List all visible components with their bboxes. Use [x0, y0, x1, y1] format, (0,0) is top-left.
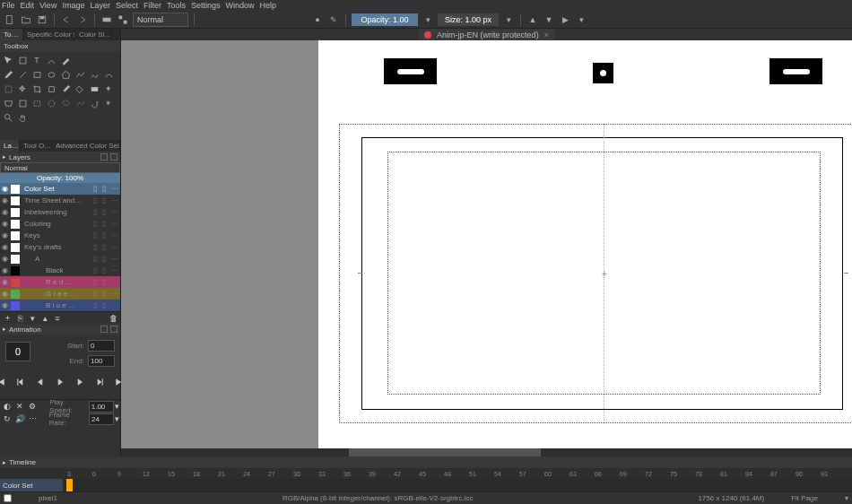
layers-header[interactable]: Layers — [0, 152, 120, 162]
alpha-icon[interactable]: ▯ — [102, 208, 109, 216]
visibility-icon[interactable]: ◉ — [0, 255, 9, 263]
zoom-select[interactable]: Fit Page — [791, 494, 818, 502]
layer-row[interactable]: ◉R e d …▯▯⋯ — [0, 276, 120, 288]
pan-tool-icon[interactable] — [16, 111, 29, 124]
alpha-icon[interactable]: ▯ — [102, 220, 109, 228]
menu-edit[interactable]: Edit — [21, 1, 35, 10]
start-input[interactable]: 0 — [88, 340, 115, 352]
end-input[interactable]: 100 — [88, 355, 115, 367]
lock-icon[interactable]: ▯ — [93, 266, 100, 274]
alpha-icon[interactable]: ▯ — [102, 255, 109, 263]
timeline-ruler[interactable]: 3691215182124273033363942454851545760636… — [0, 468, 852, 479]
gradient-icon[interactable] — [100, 13, 113, 26]
animation-header[interactable]: Animation — [0, 324, 120, 335]
tab-color-slider[interactable]: Color Sl… — [75, 29, 111, 40]
timeline-track-label[interactable]: Color Set — [0, 479, 63, 491]
undo-icon[interactable] — [60, 13, 73, 26]
ellipse-tool-icon[interactable] — [45, 68, 57, 81]
float-icon[interactable] — [100, 153, 108, 161]
lock-icon[interactable]: ▯ — [93, 243, 100, 251]
lock-icon[interactable]: ▯ — [93, 255, 100, 263]
visibility-icon[interactable]: ◉ — [0, 220, 9, 228]
text-tool-icon[interactable]: T — [30, 54, 43, 66]
alpha-icon[interactable]: ▯ — [102, 290, 109, 298]
layer-blend-select[interactable]: Normal — [0, 162, 120, 173]
more-icon[interactable]: ⋯ — [111, 290, 118, 298]
select-circle-tool-icon[interactable] — [45, 97, 57, 109]
float-icon[interactable] — [100, 326, 108, 333]
layer-row[interactable]: ◉Color Set▯▯⋯ — [0, 183, 120, 195]
zoom-tool-icon[interactable] — [2, 111, 14, 124]
brush-tool-icon[interactable] — [2, 68, 14, 81]
layer-row[interactable]: ◉Black▯▯⋯ — [0, 265, 120, 276]
select-rect-tool-icon[interactable] — [2, 83, 14, 95]
more-icon[interactable]: ⋯ — [111, 208, 118, 216]
pattern-icon[interactable] — [117, 13, 129, 26]
tab-tool-options[interactable]: Tool O… — [20, 140, 52, 152]
select-layer-checkbox[interactable] — [4, 494, 12, 502]
loop-icon[interactable]: ↻ — [2, 413, 13, 424]
add-layer-icon[interactable]: ＋ — [2, 313, 13, 324]
more-icon[interactable]: ⋯ — [111, 185, 118, 193]
more-icon[interactable]: ⋯ — [111, 231, 118, 239]
assistants-tool-icon[interactable]: ✴ — [102, 97, 115, 109]
menu-settings[interactable]: Settings — [191, 1, 221, 10]
menu-file[interactable]: File — [2, 1, 15, 10]
layer-row[interactable]: ◉G r e e …▯▯⋯ — [0, 288, 120, 300]
duplicate-layer-icon[interactable]: ⎘ — [14, 313, 25, 324]
close-icon[interactable]: × — [544, 30, 549, 39]
move-up-icon[interactable]: ▴ — [39, 313, 50, 324]
visibility-icon[interactable]: ◉ — [0, 208, 9, 216]
bezier-tool-icon[interactable] — [88, 68, 100, 81]
more-icon[interactable]: ⋯ — [111, 301, 118, 309]
play-speed-step-icon[interactable]: ▾ — [114, 402, 120, 411]
move-cross-tool-icon[interactable]: ✥ — [16, 83, 29, 95]
tb-chev-icon[interactable]: ▾ — [575, 13, 587, 26]
similar-select-tool-icon[interactable] — [74, 97, 86, 109]
distort-tool-icon[interactable] — [16, 97, 29, 109]
visibility-icon[interactable]: ◉ — [0, 266, 9, 274]
save-doc-icon[interactable] — [36, 13, 48, 26]
layer-row[interactable]: ◉Time Sheet and…▯▯⋯ — [0, 195, 120, 206]
timeline-cells[interactable] — [63, 479, 852, 491]
magnetic-tool-icon[interactable] — [88, 97, 100, 109]
alpha-icon[interactable]: ▯ — [102, 278, 109, 286]
lasso-tool-icon[interactable] — [59, 97, 72, 109]
anim-more-icon[interactable]: ⋯ — [27, 413, 38, 424]
alpha-icon[interactable]: ▯ — [102, 266, 109, 274]
document-tab[interactable]: Anim-jp-EN (write protected) × — [419, 29, 554, 40]
close-docker-icon[interactable] — [110, 326, 117, 333]
prev-frame-icon[interactable] — [35, 376, 46, 388]
frame-rate-input[interactable]: 24 — [89, 413, 114, 425]
visibility-icon[interactable]: ◉ — [0, 301, 9, 309]
menu-filter[interactable]: Filter — [143, 1, 161, 10]
mirror-h-icon[interactable]: ▲ — [526, 13, 539, 26]
timeline-playhead-icon[interactable] — [66, 479, 73, 491]
delete-layer-icon[interactable]: 🗑 — [108, 313, 118, 324]
more-icon[interactable]: ⋯ — [111, 255, 118, 263]
next-keyframe-icon[interactable] — [94, 376, 105, 388]
hscroll-thumb[interactable] — [349, 448, 541, 456]
layer-row[interactable]: ◉Coloring▯▯⋯ — [0, 218, 120, 230]
size-step-icon[interactable]: ▾ — [502, 13, 515, 26]
lock-icon[interactable]: ▯ — [93, 231, 100, 239]
alpha-icon[interactable]: ▯ — [102, 243, 109, 251]
tab-layers[interactable]: La… — [0, 140, 20, 152]
drop-frames-icon[interactable]: ✕ — [14, 401, 25, 412]
onion-skin-icon[interactable]: ◐ — [2, 401, 13, 412]
menu-select[interactable]: Select — [116, 1, 138, 10]
brush-edit-icon[interactable]: ✎ — [327, 13, 340, 26]
perspective-tool-icon[interactable] — [2, 97, 14, 109]
tab-toolbox[interactable]: To… — [0, 29, 23, 40]
visibility-icon[interactable]: ◉ — [0, 278, 9, 286]
alpha-icon[interactable]: ▯ — [102, 231, 109, 239]
menu-image[interactable]: Image — [62, 1, 84, 10]
new-doc-icon[interactable] — [4, 13, 16, 26]
opacity-slider[interactable]: Opacity: 1.00 — [352, 13, 418, 26]
prev-keyframe-icon[interactable] — [15, 376, 26, 388]
anim-settings-icon[interactable]: ⚙ — [27, 401, 38, 412]
line-tool-icon[interactable] — [16, 68, 29, 81]
next-frame-icon[interactable] — [74, 376, 85, 388]
polyline-tool-icon[interactable] — [74, 68, 86, 81]
visibility-icon[interactable]: ◉ — [0, 185, 9, 193]
